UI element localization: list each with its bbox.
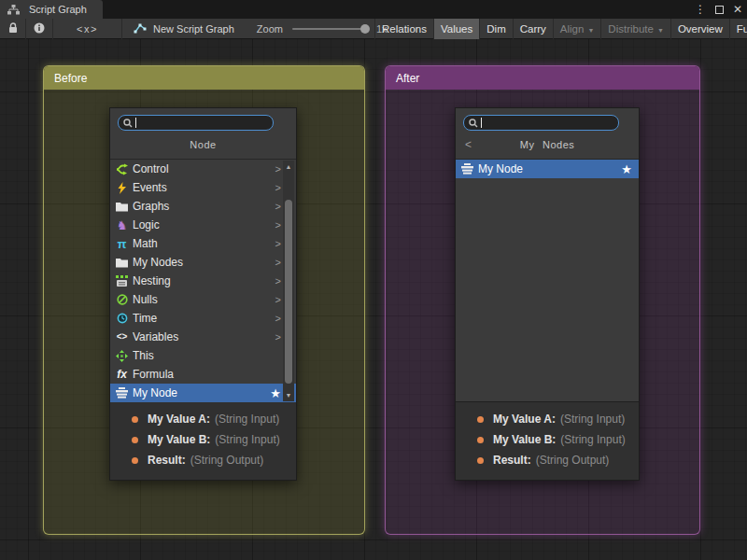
window-controls: ⋮ ✕ — [695, 0, 742, 19]
search-field[interactable] — [118, 115, 274, 131]
folder-icon — [115, 256, 129, 269]
close-icon[interactable]: ✕ — [733, 4, 742, 15]
port-row: My Value A:(String Input) — [110, 409, 296, 429]
list-item[interactable]: This — [110, 346, 296, 365]
toolbar-toggle-align: Align▼ — [553, 19, 601, 39]
search-field[interactable] — [463, 115, 619, 131]
view-toggle-group: RelationsValuesDimCarryAlign▼Distribute▼… — [374, 19, 747, 39]
mynode-icon — [115, 386, 129, 399]
list-item[interactable]: Nesting> — [110, 272, 296, 290]
toolbar-toggle-distribute: Distribute▼ — [600, 19, 670, 39]
port-label: Result: — [148, 454, 186, 467]
chevron-right-icon: > — [275, 163, 281, 175]
code-preview-button[interactable]: <x> — [53, 19, 122, 39]
chevron-right-icon: > — [275, 294, 281, 305]
finder-header: < My Nodes — [456, 131, 639, 159]
port-row: My Value A:(String Input) — [456, 409, 639, 429]
scroll-up-icon[interactable]: ▲ — [283, 163, 294, 170]
favorite-star-icon[interactable]: ★ — [621, 163, 632, 175]
port-type: (String Input) — [560, 413, 625, 426]
scrollbar[interactable]: ▲ ▼ — [283, 161, 294, 401]
port-dot-icon — [477, 416, 484, 423]
logic-icon: ♞ — [115, 218, 129, 231]
toolbar-toggle-carry[interactable]: Carry — [513, 19, 553, 39]
port-type: (String Input) — [215, 413, 279, 426]
port-dot-icon — [477, 457, 484, 464]
port-row: My Value B:(String Input) — [456, 429, 639, 450]
list-item[interactable]: Time> — [110, 309, 296, 328]
list-item-label: Logic — [133, 218, 275, 231]
zoom-control: Zoom 1x — [257, 23, 388, 35]
scrollbar-thumb[interactable] — [285, 200, 292, 384]
list-item[interactable]: Control> — [110, 160, 296, 178]
graph-canvas[interactable]: Before After Node — [0, 39, 747, 560]
port-row: Result:(String Output) — [110, 450, 296, 470]
scroll-down-icon[interactable]: ▼ — [283, 392, 294, 399]
group-after-header[interactable]: After — [386, 66, 699, 90]
toolbar-toggle-full-screen[interactable]: Full Screen — [729, 19, 747, 39]
list-item-label: My Node — [478, 162, 621, 175]
port-label: Result: — [493, 454, 531, 467]
list-item-label: Variables — [133, 330, 275, 343]
list-item[interactable]: Nulls> — [110, 290, 296, 309]
toolbar-toggle-dim[interactable]: Dim — [479, 19, 512, 39]
finder-header-title: My Nodes — [520, 139, 575, 150]
new-script-graph-button[interactable]: New Script Graph — [122, 19, 246, 39]
port-type: (String Output) — [536, 454, 610, 467]
tab-script-graph[interactable]: Script Graph — [0, 0, 103, 19]
toolbar-toggle-label: Overview — [678, 23, 723, 35]
list-item[interactable]: πMath> — [110, 234, 296, 253]
list-item[interactable]: My Node★ — [456, 160, 639, 178]
more-menu-icon[interactable]: ⋮ — [695, 4, 706, 15]
toolbar-toggle-relations[interactable]: Relations — [374, 19, 433, 39]
list-item-label: Control — [133, 162, 275, 175]
search-input[interactable] — [485, 116, 613, 130]
list-item[interactable]: fxFormula — [110, 365, 296, 384]
search-icon — [123, 115, 133, 132]
port-row: My Value B:(String Input) — [110, 429, 296, 450]
zoom-slider-knob[interactable] — [360, 24, 370, 34]
list-item[interactable]: ♞Logic> — [110, 216, 296, 234]
list-item[interactable]: <>Variables> — [110, 328, 296, 346]
port-type: (String Input) — [560, 433, 625, 446]
script-graph-icon — [134, 22, 148, 35]
list-item[interactable]: My Node★ — [110, 384, 296, 402]
visual-scripting-window: Script Graph ⋮ ✕ <x> New Script Graph — [0, 0, 747, 560]
zoom-slider[interactable] — [292, 28, 367, 30]
text-caret — [481, 118, 482, 128]
port-dot-icon — [132, 457, 138, 464]
group-before-header[interactable]: Before — [44, 66, 364, 90]
nulls-icon — [115, 293, 129, 306]
list-item[interactable]: Graphs> — [110, 197, 296, 216]
port-dot-icon — [477, 437, 484, 443]
port-dot-icon — [132, 416, 138, 423]
zoom-label: Zoom — [257, 23, 283, 35]
search-input[interactable] — [139, 116, 268, 130]
group-before-title: Before — [54, 72, 87, 85]
chevron-down-icon: ▼ — [657, 25, 664, 34]
chevron-right-icon: > — [275, 331, 281, 343]
port-label: My Value A: — [148, 413, 210, 426]
list-item-label: Graphs — [133, 200, 275, 213]
variables-icon: <> — [115, 330, 129, 343]
toolbar-toggle-overview[interactable]: Overview — [670, 19, 729, 39]
lock-button[interactable] — [0, 19, 26, 39]
back-chevron-icon[interactable]: < — [465, 138, 472, 151]
toolbar-toggle-label: Relations — [382, 23, 427, 35]
maximize-icon[interactable] — [715, 6, 724, 14]
finder-list: Control>Events>Graphs>♞Logic>πMath>My No… — [110, 159, 296, 401]
list-item-label: Formula — [133, 368, 281, 381]
info-icon — [34, 21, 45, 37]
nesting-icon — [115, 274, 129, 287]
port-dot-icon — [132, 437, 138, 443]
info-button[interactable] — [26, 19, 53, 39]
port-type: (String Input) — [215, 433, 279, 446]
list-item[interactable]: My Nodes> — [110, 253, 296, 272]
list-item[interactable]: Events> — [110, 178, 296, 197]
favorite-star-icon[interactable]: ★ — [270, 387, 281, 399]
time-icon — [115, 312, 129, 325]
toolbar-toggle-values[interactable]: Values — [433, 19, 479, 39]
toolbar-toggle-label: Distribute — [608, 23, 654, 35]
list-item-label: Nesting — [133, 274, 275, 287]
chevron-down-icon: ▼ — [587, 25, 594, 34]
